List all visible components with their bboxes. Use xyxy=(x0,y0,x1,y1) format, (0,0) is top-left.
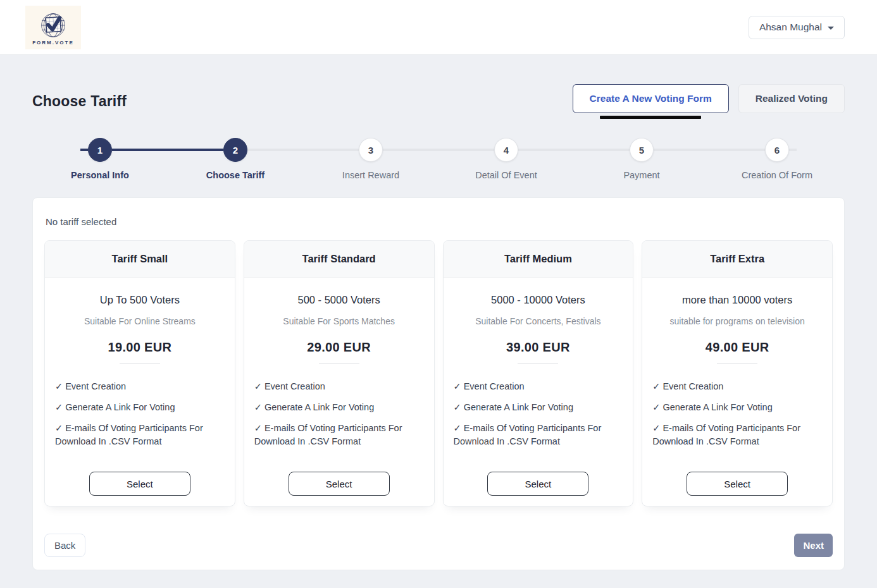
feature-text: Event Creation xyxy=(662,381,723,391)
tariff-name: Tariff Standard xyxy=(244,241,434,278)
check-icon: ✓ xyxy=(254,402,262,412)
tariff-panel: No tariff selected Tariff Small Up To 50… xyxy=(32,197,845,570)
step-payment[interactable]: 5 Payment xyxy=(574,138,709,180)
feature-text: E-mails Of Voting Participants For Downl… xyxy=(55,423,203,446)
feature-text: Event Creation xyxy=(65,381,126,391)
select-tariff-small-button[interactable]: Select xyxy=(89,472,190,496)
feature-list: ✓Event Creation ✓Generate A Link For Vot… xyxy=(55,372,225,448)
step-circle: 1 xyxy=(88,138,112,162)
feature-item: ✓E-mails Of Voting Participants For Down… xyxy=(652,422,822,448)
tariff-price: 29.00 EUR xyxy=(307,340,371,355)
feature-text: E-mails Of Voting Participants For Downl… xyxy=(652,423,800,446)
feature-item: ✓Generate A Link For Voting xyxy=(55,401,225,414)
step-detail-of-event[interactable]: 4 Detail Of Event xyxy=(438,138,574,180)
feature-list: ✓Event Creation ✓Generate A Link For Vot… xyxy=(652,372,822,448)
feature-text: Generate A Link For Voting xyxy=(65,402,175,412)
logo-text: FORM.VOTE xyxy=(32,40,74,46)
check-icon: ✓ xyxy=(55,423,63,433)
check-icon: ✓ xyxy=(454,423,461,433)
tariff-suitable: suitable for programs on television xyxy=(670,316,805,326)
select-tariff-extra-button[interactable]: Select xyxy=(687,472,788,496)
check-icon: ✓ xyxy=(55,402,63,412)
page-title: Choose Tariff xyxy=(32,93,127,110)
feature-text: E-mails Of Voting Participants For Downl… xyxy=(454,423,602,446)
status-message: No tariff selected xyxy=(46,216,833,227)
feature-text: E-mails Of Voting Participants For Downl… xyxy=(254,423,402,446)
back-button[interactable]: Back xyxy=(44,534,85,557)
step-insert-reward[interactable]: 3 Insert Reward xyxy=(303,138,438,180)
step-circle: 2 xyxy=(223,138,247,162)
step-label: Choose Tariff xyxy=(206,170,264,180)
panel-footer: Back Next xyxy=(44,534,833,557)
feature-text: Event Creation xyxy=(464,381,525,391)
feature-list: ✓Event Creation ✓Generate A Link For Vot… xyxy=(254,372,424,448)
check-icon: ✓ xyxy=(652,381,660,391)
step-label: Payment xyxy=(623,170,659,180)
check-icon: ✓ xyxy=(254,423,262,433)
feature-text: Generate A Link For Voting xyxy=(662,402,772,412)
tariff-card-extra: Tariff Extra more than 10000 voters suit… xyxy=(642,240,833,506)
tariff-name: Tariff Medium xyxy=(444,241,633,278)
next-button[interactable]: Next xyxy=(794,534,833,557)
tariff-suitable: Suitable For Sports Matches xyxy=(283,316,395,326)
tariff-price: 39.00 EUR xyxy=(506,340,570,355)
tab-create-wrap: Create A New Voting Form xyxy=(573,84,729,119)
step-personal-info[interactable]: 1 Personal Info xyxy=(32,138,168,180)
tabs: Create A New Voting Form Realized Voting xyxy=(573,84,845,119)
feature-list: ✓Event Creation ✓Generate A Link For Vot… xyxy=(454,372,623,448)
title-row: Choose Tariff Create A New Voting Form R… xyxy=(32,84,845,119)
app-logo: FORM.VOTE xyxy=(25,6,81,49)
tariff-price: 19.00 EUR xyxy=(108,340,172,355)
feature-item: ✓Generate A Link For Voting xyxy=(254,401,424,414)
feature-item: ✓Event Creation xyxy=(454,380,623,393)
chevron-down-icon xyxy=(828,27,834,30)
tariff-card-standard: Tariff Standard 500 - 5000 Voters Suitab… xyxy=(244,240,435,506)
feature-item: ✓Event Creation xyxy=(652,380,822,393)
tab-create-new-voting-form[interactable]: Create A New Voting Form xyxy=(573,84,729,113)
step-creation-of-form[interactable]: 6 Creation Of Form xyxy=(709,138,845,180)
tariff-card-small: Tariff Small Up To 500 Voters Suitable F… xyxy=(44,240,235,506)
tariff-body: 500 - 5000 Voters Suitable For Sports Ma… xyxy=(244,278,434,506)
feature-text: Generate A Link For Voting xyxy=(464,402,573,412)
tariff-voters: Up To 500 Voters xyxy=(100,294,180,306)
tariff-card-medium: Tariff Medium 5000 - 10000 Voters Suitab… xyxy=(443,240,634,506)
check-icon: ✓ xyxy=(652,402,660,412)
tariff-price: 49.00 EUR xyxy=(706,340,769,355)
feature-item: ✓Event Creation xyxy=(55,380,225,393)
check-icon: ✓ xyxy=(454,402,461,412)
select-tariff-standard-button[interactable]: Select xyxy=(289,472,390,496)
step-label: Insert Reward xyxy=(342,170,399,180)
active-tab-indicator xyxy=(600,116,701,119)
tariff-suitable: Suitable For Online Streams xyxy=(84,316,196,326)
feature-item: ✓Generate A Link For Voting xyxy=(454,401,623,414)
check-icon: ✓ xyxy=(55,381,63,391)
tab-realized-voting[interactable]: Realized Voting xyxy=(738,84,845,113)
select-tariff-medium-button[interactable]: Select xyxy=(487,472,588,496)
user-menu-button[interactable]: Ahsan Mughal xyxy=(749,16,845,39)
user-name: Ahsan Mughal xyxy=(759,21,822,33)
feature-item: ✓Event Creation xyxy=(254,380,424,393)
feature-item: ✓Generate A Link For Voting xyxy=(652,401,822,414)
tariff-suitable: Suitable For Concerts, Festivals xyxy=(475,316,600,326)
tariff-body: Up To 500 Voters Suitable For Online Str… xyxy=(45,278,235,506)
divider xyxy=(717,364,757,364)
step-circle: 3 xyxy=(359,138,383,162)
tariff-voters: more than 10000 voters xyxy=(682,294,792,306)
check-icon: ✓ xyxy=(652,423,660,433)
step-circle: 4 xyxy=(494,138,518,162)
tariff-body: 5000 - 10000 Voters Suitable For Concert… xyxy=(444,278,633,506)
divider xyxy=(518,364,558,364)
feature-item: ✓E-mails Of Voting Participants For Down… xyxy=(454,422,623,448)
divider xyxy=(319,364,359,364)
tariff-voters: 5000 - 10000 Voters xyxy=(491,294,585,306)
globe-checkbox-icon xyxy=(39,11,67,39)
tariff-name: Tariff Small xyxy=(45,241,235,278)
tariff-body: more than 10000 voters suitable for prog… xyxy=(642,278,832,506)
tariff-voters: 500 - 5000 Voters xyxy=(297,294,380,306)
check-icon: ✓ xyxy=(254,381,262,391)
step-label: Creation Of Form xyxy=(742,170,812,180)
feature-text: Generate A Link For Voting xyxy=(264,402,374,412)
feature-item: ✓E-mails Of Voting Participants For Down… xyxy=(55,422,225,448)
app-header: FORM.VOTE Ahsan Mughal xyxy=(0,0,877,55)
step-choose-tariff[interactable]: 2 Choose Tariff xyxy=(168,138,303,180)
